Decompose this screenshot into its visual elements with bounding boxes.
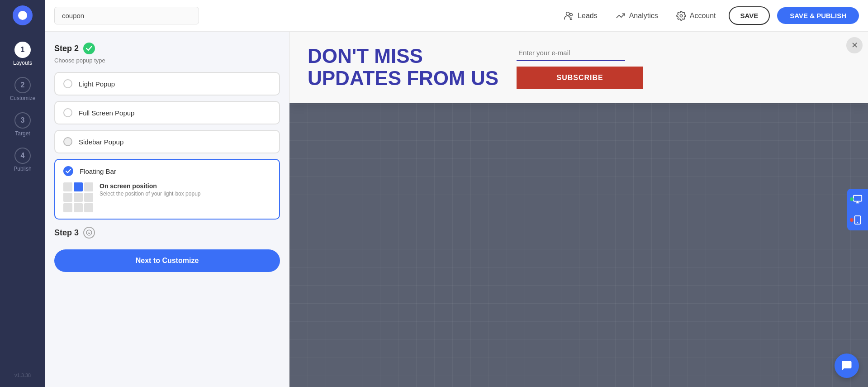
- popup-form: SUBSCRIBE: [517, 45, 643, 89]
- grid-cell-1-2[interactable]: [84, 193, 93, 202]
- body-area: Step 2 Choose popup type Light Popup Ful…: [45, 32, 868, 387]
- step-1-circle: 1: [14, 42, 31, 58]
- grid-cell-2-1[interactable]: [74, 203, 83, 212]
- step3-circle: [83, 227, 95, 239]
- radio-light-popup: [63, 79, 72, 88]
- svg-rect-5: [854, 195, 862, 201]
- sidebar-step-customize[interactable]: 2 Customize: [0, 72, 45, 107]
- option-light-popup[interactable]: Light Popup: [54, 72, 280, 96]
- radio-sidebar-popup: [63, 137, 72, 146]
- sidebar-step-target[interactable]: 3 Target: [0, 107, 45, 142]
- save-publish-button[interactable]: SAVE & PUBLISH: [777, 7, 859, 24]
- svg-point-3: [680, 14, 683, 17]
- option-sidebar-popup[interactable]: Sidebar Popup: [54, 130, 280, 153]
- popup-subscribe-button[interactable]: SUBSCRIBE: [517, 67, 643, 89]
- option-full-screen-popup[interactable]: Full Screen Popup: [54, 101, 280, 124]
- step-4-circle: 4: [14, 148, 31, 164]
- app-logo[interactable]: [13, 5, 33, 25]
- mobile-icon: [853, 215, 863, 225]
- sidebar-step-layouts[interactable]: 1 Layouts: [0, 36, 45, 72]
- save-button[interactable]: SAVE: [729, 6, 770, 25]
- mobile-view-button[interactable]: [847, 210, 868, 230]
- svg-point-9: [857, 222, 858, 223]
- step3-title: Step 3: [54, 228, 79, 238]
- preview-area: ✕ DON'T MISS UPDATES FROM US SUBSCRIBE: [289, 32, 868, 387]
- sidebar: 1 Layouts 2 Customize 3 Target 4 Publish…: [0, 0, 45, 387]
- option-floating-bar[interactable]: Floating Bar On scr: [54, 159, 280, 220]
- popup-heading-line1: DON'T MISS: [308, 45, 498, 67]
- sidebar-step-publish[interactable]: 4 Publish: [0, 142, 45, 177]
- step-3-label: Target: [15, 130, 30, 137]
- device-switcher: [847, 189, 868, 230]
- left-panel: Step 2 Choose popup type Light Popup Ful…: [45, 32, 289, 387]
- desktop-icon: [853, 194, 863, 204]
- position-title: On screen position: [100, 182, 200, 190]
- desktop-view-button[interactable]: [847, 189, 868, 210]
- step2-subtitle: Choose popup type: [54, 57, 280, 64]
- analytics-nav-item[interactable]: Analytics: [610, 7, 664, 24]
- desktop-active-indicator: [850, 197, 854, 201]
- leads-nav-item[interactable]: Leads: [559, 7, 603, 24]
- leads-icon: [564, 11, 574, 21]
- position-text: On screen position Select the position o…: [100, 182, 200, 197]
- top-nav: Leads Analytics Account SAVE SAVE & PUBL…: [45, 0, 868, 32]
- floating-bar-label: Floating Bar: [80, 167, 116, 175]
- popup-close-button[interactable]: ✕: [846, 37, 863, 53]
- next-to-customize-button[interactable]: Next to Customize: [54, 249, 280, 272]
- step2-title: Step 2: [54, 44, 79, 53]
- analytics-label: Analytics: [629, 12, 658, 20]
- analytics-icon: [616, 11, 626, 21]
- svg-point-2: [570, 13, 573, 16]
- account-nav-item[interactable]: Account: [671, 7, 721, 24]
- position-desc: Select the position of your light-box po…: [100, 191, 200, 197]
- popup-email-input[interactable]: [517, 45, 625, 61]
- grid-cell-1-0[interactable]: [63, 193, 72, 202]
- search-wrap: [54, 7, 199, 24]
- radio-full-screen-popup: [63, 108, 72, 117]
- step-3-circle: 3: [14, 112, 31, 129]
- floating-bar-header[interactable]: Floating Bar: [63, 166, 271, 176]
- chat-icon: [840, 359, 853, 372]
- grid-cell-0-2[interactable]: [84, 182, 93, 191]
- grid-cell-2-0[interactable]: [63, 203, 72, 212]
- search-input[interactable]: [54, 7, 199, 24]
- svg-point-1: [566, 12, 569, 15]
- popup-heading-line2: UPDATES FROM US: [308, 67, 498, 89]
- step3-header[interactable]: Step 3: [54, 227, 280, 239]
- step-4-label: Publish: [14, 166, 31, 172]
- grid-cell-0-1[interactable]: [74, 182, 83, 191]
- mobile-active-indicator: [850, 218, 854, 222]
- floating-bar-check-icon: [63, 166, 73, 176]
- position-grid[interactable]: [63, 182, 93, 212]
- grid-cell-1-1[interactable]: [74, 193, 83, 202]
- account-label: Account: [690, 12, 716, 20]
- account-icon: [676, 11, 686, 21]
- main-content: Leads Analytics Account SAVE SAVE & PUBL…: [45, 0, 868, 387]
- popup-heading: DON'T MISS UPDATES FROM US: [308, 45, 498, 89]
- step-1-label: Layouts: [13, 60, 32, 66]
- svg-point-4: [86, 230, 92, 235]
- position-grid-area: On screen position Select the position o…: [63, 182, 271, 212]
- option-light-popup-label: Light Popup: [79, 80, 115, 88]
- grid-cell-0-0[interactable]: [63, 182, 72, 191]
- popup-bar: ✕ DON'T MISS UPDATES FROM US SUBSCRIBE: [289, 32, 868, 103]
- chat-support-button[interactable]: [835, 354, 859, 378]
- step2-header: Step 2: [54, 43, 280, 54]
- grid-cell-2-2[interactable]: [84, 203, 93, 212]
- option-full-screen-popup-label: Full Screen Popup: [79, 109, 134, 117]
- app-version: v1.3.38: [14, 373, 31, 382]
- step-2-circle: 2: [14, 77, 31, 93]
- option-sidebar-popup-label: Sidebar Popup: [79, 138, 123, 146]
- step2-check-icon: [83, 43, 95, 54]
- leads-label: Leads: [578, 12, 598, 20]
- step-2-label: Customize: [10, 95, 36, 101]
